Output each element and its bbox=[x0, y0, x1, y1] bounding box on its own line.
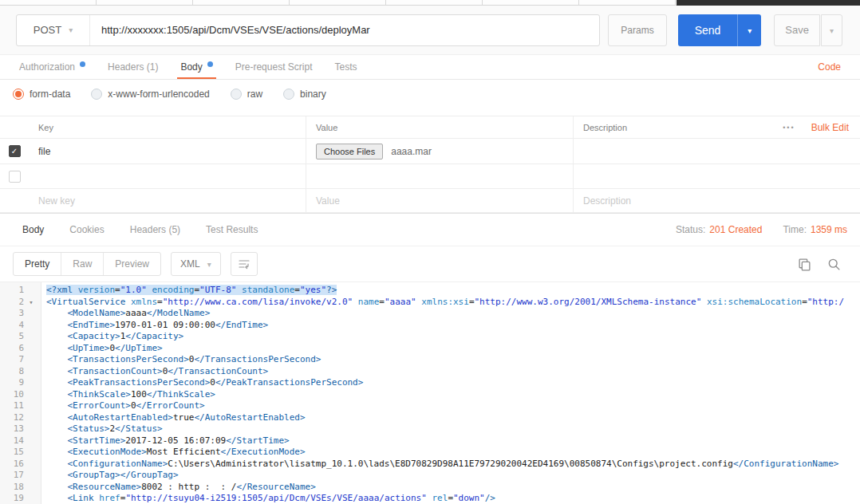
view-mode-raw[interactable]: Raw bbox=[61, 253, 104, 275]
line-number: 16 bbox=[0, 459, 24, 471]
description-cell[interactable] bbox=[573, 139, 762, 163]
code-line-text: <ModelName>aaaa</ModelName> bbox=[46, 308, 210, 318]
request-tabs-bar: AuthorizationHeaders (1)BodyPre-request … bbox=[0, 55, 860, 80]
gutter-line: 6 bbox=[0, 343, 41, 355]
code-line: <ResourceName>8002 : http : : /</Resourc… bbox=[46, 482, 860, 494]
code-line: <?xml version="1.0" encoding="UTF-8" sta… bbox=[46, 285, 860, 297]
tab-status-dot bbox=[80, 61, 85, 67]
fold-spacer bbox=[24, 423, 38, 435]
search-button[interactable] bbox=[827, 258, 841, 271]
code-line-text: <AutoRestartEnabled>true</AutoRestartEna… bbox=[46, 412, 306, 423]
code-content[interactable]: <?xml version="1.0" encoding="UTF-8" sta… bbox=[41, 282, 860, 504]
fold-spacer bbox=[24, 366, 38, 378]
send-button[interactable]: Send bbox=[678, 14, 738, 46]
body-type-binary[interactable]: binary bbox=[283, 89, 326, 100]
fold-spacer bbox=[24, 493, 38, 504]
fold-spacer bbox=[24, 459, 38, 471]
response-tab-cookies[interactable]: Cookies bbox=[57, 214, 116, 246]
response-tab-test-results[interactable]: Test Results bbox=[193, 214, 270, 246]
value-column-header: Value bbox=[306, 116, 573, 138]
response-body-viewer[interactable]: 12▾34567891011121314151617181920 <?xml v… bbox=[0, 282, 860, 504]
body-type-raw[interactable]: raw bbox=[231, 89, 262, 100]
value-cell[interactable] bbox=[306, 164, 573, 188]
url-text: http://xxxxxxx:1505/api/Dcm/VSEs/VSE/act… bbox=[101, 24, 370, 36]
new-value-input[interactable]: Value bbox=[306, 189, 573, 212]
row-checkbox[interactable]: ✓ bbox=[9, 145, 21, 157]
key-cell[interactable] bbox=[29, 164, 306, 188]
request-tab-pre-request-script[interactable]: Pre-request Script bbox=[224, 55, 324, 79]
request-tab-tests[interactable]: Tests bbox=[323, 55, 368, 79]
code-link[interactable]: Code bbox=[818, 61, 852, 73]
formdata-header-row: Key Value Description ••• Bulk Edit bbox=[0, 116, 860, 139]
request-tab-authorization[interactable]: Authorization bbox=[8, 55, 97, 79]
choose-files-button[interactable]: Choose Files bbox=[316, 144, 383, 159]
fold-spacer bbox=[24, 435, 38, 447]
gutter-line: 1 bbox=[0, 285, 41, 297]
line-number-gutter: 12▾34567891011121314151617181920 bbox=[0, 282, 41, 504]
file-name-text: aaaa.mar bbox=[391, 146, 432, 157]
radio-icon bbox=[283, 89, 294, 100]
ellipsis-menu-button[interactable]: ••• bbox=[783, 124, 795, 132]
code-line: <TransactionCount>0</TransactionCount> bbox=[46, 366, 860, 378]
gutter-line: 4 bbox=[0, 320, 41, 332]
response-meta: Status: 201 Created Time: 1359 ms bbox=[676, 214, 850, 246]
params-button[interactable]: Params bbox=[608, 14, 666, 46]
fold-spacer bbox=[24, 320, 38, 332]
method-label: POST bbox=[34, 24, 61, 36]
code-line: <ThinkScale>100</ThinkScale> bbox=[46, 389, 860, 401]
formdata-table: Key Value Description ••• Bulk Edit ✓fil… bbox=[0, 116, 860, 213]
code-line: <PeakTransactionsPerSecond>0</PeakTransa… bbox=[46, 377, 860, 389]
new-key-input-placeholder: New key bbox=[38, 195, 75, 207]
radio-selected-icon bbox=[13, 89, 24, 100]
code-line: <ExecutionMode>Most Efficient</Execution… bbox=[46, 447, 860, 459]
row-checkbox[interactable] bbox=[9, 171, 21, 183]
code-line-text: <TransactionCount>0</TransactionCount> bbox=[46, 366, 268, 376]
view-mode-pretty[interactable]: Pretty bbox=[14, 253, 61, 275]
time-label: Time: bbox=[783, 224, 807, 235]
code-line-text: <VirtualService xmlns="http://www.ca.com… bbox=[46, 297, 844, 307]
view-mode-preview[interactable]: Preview bbox=[104, 253, 160, 275]
code-line: <StartTime>2017-12-05 16:07:09</StartTim… bbox=[46, 435, 860, 447]
request-tab-headers-1[interactable]: Headers (1) bbox=[97, 55, 169, 79]
gutter-line: 17 bbox=[0, 470, 41, 482]
line-number: 10 bbox=[0, 389, 24, 401]
code-line-text: <GroupTag></GroupTag> bbox=[46, 470, 179, 480]
save-button[interactable]: Save bbox=[774, 14, 820, 46]
radio-icon bbox=[91, 89, 102, 100]
chevron-down-icon: ▾ bbox=[207, 260, 211, 269]
new-key-input[interactable]: New key bbox=[29, 189, 306, 212]
line-number: 1 bbox=[0, 285, 24, 297]
line-number: 6 bbox=[0, 343, 24, 355]
table-controls: ••• Bulk Edit bbox=[762, 116, 860, 138]
new-description-input[interactable]: Description bbox=[573, 189, 762, 212]
response-tab-headers-5[interactable]: Headers (5) bbox=[117, 214, 193, 246]
value-cell[interactable]: Choose Filesaaaa.mar bbox=[306, 139, 573, 163]
response-tabs: BodyCookiesHeaders (5)Test Results bbox=[10, 214, 270, 246]
time-value: 1359 ms bbox=[811, 224, 847, 235]
key-cell[interactable]: file bbox=[29, 139, 306, 163]
wrap-lines-button[interactable] bbox=[231, 252, 258, 276]
url-input[interactable]: http://xxxxxxx:1505/api/Dcm/VSEs/VSE/act… bbox=[90, 15, 599, 45]
fold-spacer bbox=[24, 285, 38, 297]
language-label: XML bbox=[180, 258, 200, 270]
gutter-line: 19 bbox=[0, 493, 41, 504]
send-options-button[interactable]: ▾ bbox=[737, 14, 761, 46]
body-type-form-data[interactable]: form-data bbox=[13, 89, 70, 100]
gutter-line: 3 bbox=[0, 308, 41, 320]
code-line-text: <Status>2</Status> bbox=[46, 423, 163, 434]
copy-button[interactable] bbox=[798, 258, 811, 271]
fold-arrow-icon[interactable]: ▾ bbox=[24, 297, 38, 309]
request-tab-body[interactable]: Body bbox=[169, 55, 223, 79]
language-dropdown[interactable]: XML ▾ bbox=[171, 252, 221, 276]
window-tabs[interactable] bbox=[0, 0, 677, 6]
status-label: Status: bbox=[676, 224, 705, 235]
description-cell[interactable] bbox=[573, 164, 762, 188]
gutter-line: 5 bbox=[0, 331, 41, 343]
body-type-x-www-form-urlencoded[interactable]: x-www-form-urlencoded bbox=[91, 89, 209, 100]
response-tab-body[interactable]: Body bbox=[10, 214, 57, 246]
save-options-button[interactable]: ▾ bbox=[821, 14, 842, 46]
line-number: 11 bbox=[0, 400, 24, 412]
response-tools bbox=[798, 258, 847, 271]
method-dropdown[interactable]: POST ▾ bbox=[17, 15, 90, 45]
bulk-edit-link[interactable]: Bulk Edit bbox=[811, 122, 849, 133]
